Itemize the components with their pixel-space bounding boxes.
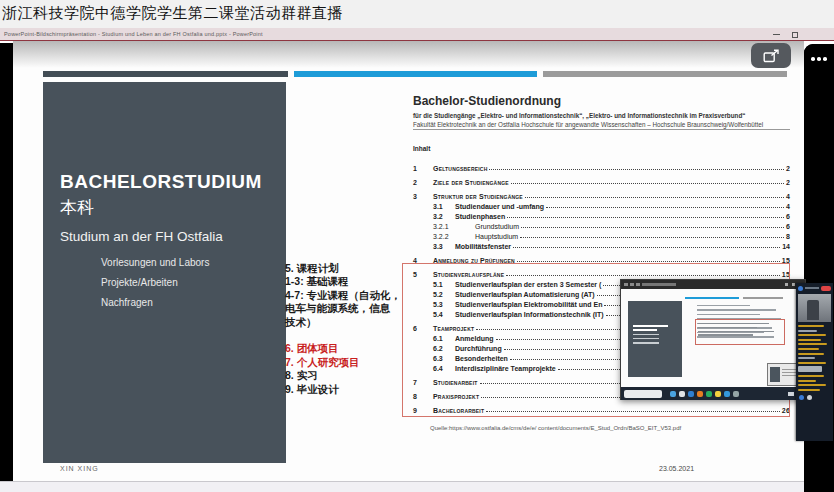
toc-entry-label: Mobilitätsfenster <box>455 243 511 251</box>
screen: 浙江科技学院中德学院学生第二课堂活动群群直播 PowerPoint-Bildsc… <box>0 0 834 492</box>
ellipsis-dot <box>811 57 815 61</box>
cn-note-line: 电车与能源系统，信息 <box>285 302 411 315</box>
toc-entry-number: 3.2.2 <box>433 233 475 241</box>
toc-row: 3.2.2 Hauptstudium 8 <box>413 233 790 241</box>
left-black-strip <box>0 43 13 481</box>
toc-entry-label: Ziele der Studiengänge <box>433 179 509 187</box>
toc-dotted-leader <box>525 197 784 198</box>
toc-row: 3.1 Studiendauer und -umfang 4 <box>413 203 790 211</box>
cn-note-line: 6. 团体项目 <box>285 342 411 355</box>
toc-entry-page: 4 <box>786 193 790 201</box>
cn-notes: 5. 课程计划 1-3: 基础课程 4-7: 专业课程（自动化， 电车与能源系统… <box>285 262 411 396</box>
cn-note-line: 技术） <box>285 316 411 329</box>
mini-text-bar <box>633 325 668 327</box>
window-controls <box>773 30 798 39</box>
toc-entry-label: Struktur der Studiengänge <box>433 193 523 201</box>
toc-row: 3.3 Mobilitätsfenster 14 <box>413 243 790 251</box>
toc-inhalt-label: Inhalt <box>413 145 430 152</box>
source-line: Quelle:https://www.ostfalia.de/cms/de/e/… <box>430 425 681 431</box>
conference-name-bar <box>805 287 819 289</box>
toc-entry-number: 3.2 <box>433 213 455 221</box>
toc-entry-page: 2 <box>786 179 790 187</box>
footer-author: XIN XING <box>60 465 99 472</box>
conference-footer-icons <box>796 393 833 402</box>
toc-row: 3.2.1 Grundstudium 6 <box>413 223 790 231</box>
conference-chat-lines <box>796 323 833 391</box>
toc-entry-page: 6 <box>786 213 790 221</box>
pip-window[interactable] <box>620 279 806 400</box>
panel-title-cn: 本科 <box>60 196 94 219</box>
toc-dotted-leader <box>507 217 784 218</box>
pip-mini-slide-panel <box>628 301 682 377</box>
toc-row: 1 Geltungsbereich 2 <box>413 165 790 173</box>
toc-entry-number: 3.1 <box>433 203 455 211</box>
toc-dotted-leader <box>546 207 784 208</box>
toc-entry-label: Studienphasen <box>455 213 505 221</box>
panel-subtitle: Studium an der FH Ostfalia <box>60 229 223 244</box>
ellipsis-dot <box>823 57 827 61</box>
pip-mini-accent-gray <box>743 297 783 299</box>
mic-icon <box>799 395 804 400</box>
cn-note-line: 7. 个人研究项目 <box>285 356 411 369</box>
pip-mini-red-box <box>695 319 785 345</box>
toc-dotted-leader <box>489 169 783 170</box>
mini-text-bar <box>633 334 659 335</box>
toc-dotted-leader <box>520 237 784 238</box>
title-panel: BACHELORSTUDIUM 本科 Studium an der FH Ost… <box>43 82 286 463</box>
pip-body <box>621 289 805 387</box>
accent-bar-dark <box>43 71 288 77</box>
pip-menu-icon <box>636 283 640 286</box>
cn-note-line: 5. 课程计划 <box>285 262 411 275</box>
mini-text-bar <box>633 342 659 343</box>
stop-button[interactable] <box>821 286 831 291</box>
pip-menu-icon <box>624 283 628 286</box>
conference-panel <box>796 283 833 441</box>
toc-entry-number: 3.2.1 <box>433 223 475 231</box>
accent-bar-blue <box>294 71 537 77</box>
person-silhouette <box>807 300 819 320</box>
conference-video-thumbnail <box>798 294 831 322</box>
panel-items: Vorlesungen und Labors Projekte/Arbeiten… <box>101 257 209 317</box>
accent-bar-gray <box>543 71 787 77</box>
panel-item: Projekte/Arbeiten <box>101 277 209 288</box>
nested-mini-lines <box>782 369 797 370</box>
toc-row: 3.2 Studienphasen 6 <box>413 213 790 221</box>
toc-title: Bachelor-Studienordnung <box>413 94 561 108</box>
toc-entry-label: Geltungsbereich <box>433 165 487 173</box>
toc-entry-label: Hauptstudium <box>475 233 518 241</box>
toc-entry-number: 3 <box>413 193 433 201</box>
cn-note-line: 9. 毕业设计 <box>285 383 411 396</box>
toc-entry-label: Grundstudium <box>475 223 519 231</box>
cn-note-line: 8. 实习 <box>285 369 411 382</box>
cn-note-line <box>285 329 411 342</box>
restore-icon[interactable] <box>792 32 798 38</box>
cn-note-line: 1-3: 基础课程 <box>285 275 411 288</box>
toc-entry-number: 2 <box>413 179 433 187</box>
minimize-icon[interactable] <box>773 34 780 36</box>
bottom-strip <box>0 481 804 492</box>
panel-title: BACHELORSTUDIUM <box>60 171 262 193</box>
toc-dotted-leader <box>517 261 780 262</box>
toc-row: 3 Struktur der Studiengänge 4 <box>413 193 790 201</box>
toc-dotted-leader <box>511 183 784 184</box>
stream-title: 浙江科技学院中德学院学生第二课堂活动群群直播 <box>2 4 343 23</box>
panel-item: Vorlesungen und Labors <box>101 257 209 268</box>
pip-minimize-icon <box>785 283 788 286</box>
pip-titlebar <box>621 280 805 289</box>
toc-entry-number: 3.3 <box>433 243 455 251</box>
toc-subtitle: Fakultät Elektrotechnik an der Ostfalia … <box>413 121 791 128</box>
slide: BACHELORSTUDIUM 本科 Studium an der FH Ost… <box>13 41 804 481</box>
more-options-button[interactable] <box>804 44 834 74</box>
avatar <box>798 286 803 291</box>
pip-title-text-bar <box>642 283 676 286</box>
ellipsis-dot <box>817 57 821 61</box>
toc-dotted-leader <box>513 247 780 248</box>
share-button[interactable] <box>751 43 791 68</box>
conference-header <box>796 283 833 293</box>
top-shade <box>13 41 804 68</box>
toc-entry-page: 8 <box>786 233 790 241</box>
stream-header: 浙江科技学院中德学院学生第二课堂活动群群直播 <box>0 0 834 28</box>
ppt-titlebar: PowerPoint-Bildschirmpräsentation - Stud… <box>0 28 834 41</box>
toc-entry-page: 14 <box>782 243 790 251</box>
toc-entry-page: 4 <box>786 203 790 211</box>
